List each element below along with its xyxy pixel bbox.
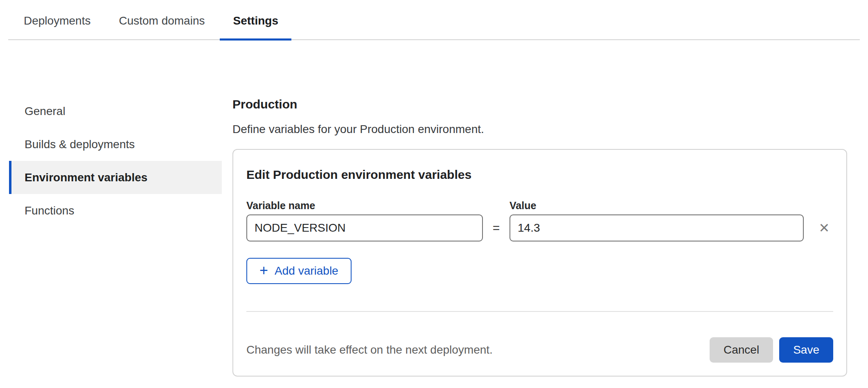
- sidebar-item-builds-deployments[interactable]: Builds & deployments: [9, 128, 222, 161]
- card-footer: Changes will take effect on the next dep…: [246, 337, 833, 363]
- remove-variable-button[interactable]: ✕: [815, 214, 833, 241]
- section-title: Production: [232, 97, 847, 111]
- tab-deployments[interactable]: Deployments: [24, 0, 90, 39]
- variable-row: Variable name = Value ✕: [246, 200, 833, 241]
- tab-bar: Deployments Custom domains Settings: [8, 0, 860, 40]
- sidebar-item-environment-variables[interactable]: Environment variables: [9, 161, 222, 194]
- variable-name-label: Variable name: [246, 200, 483, 211]
- variable-name-input[interactable]: [246, 214, 483, 241]
- card-title: Edit Production environment variables: [246, 167, 833, 183]
- sidebar-item-functions[interactable]: Functions: [9, 194, 222, 227]
- main-panel: Production Define variables for your Pro…: [232, 40, 847, 377]
- close-icon: ✕: [819, 221, 830, 235]
- sidebar-item-general[interactable]: General: [9, 95, 222, 128]
- settings-sidebar: General Builds & deployments Environment…: [9, 95, 222, 227]
- footer-actions: Cancel Save: [710, 337, 833, 363]
- section-description: Define variables for your Production env…: [232, 123, 847, 136]
- value-field: Value: [510, 200, 804, 241]
- cancel-button[interactable]: Cancel: [710, 337, 773, 363]
- value-label: Value: [510, 200, 804, 211]
- value-input[interactable]: [510, 214, 804, 241]
- tab-custom-domains[interactable]: Custom domains: [119, 0, 205, 39]
- plus-icon: +: [259, 263, 268, 278]
- page: Deployments Custom domains Settings Gene…: [0, 0, 868, 377]
- settings-content: General Builds & deployments Environment…: [0, 40, 868, 377]
- variable-name-field: Variable name: [246, 200, 483, 241]
- divider: [246, 311, 833, 312]
- save-button[interactable]: Save: [779, 337, 833, 363]
- add-variable-label: Add variable: [275, 264, 338, 277]
- tab-settings[interactable]: Settings: [233, 0, 278, 39]
- equals-sign: =: [483, 214, 510, 241]
- footer-note: Changes will take effect on the next dep…: [246, 343, 493, 356]
- env-variables-card: Edit Production environment variables Va…: [232, 149, 847, 377]
- add-variable-button[interactable]: + Add variable: [246, 258, 352, 284]
